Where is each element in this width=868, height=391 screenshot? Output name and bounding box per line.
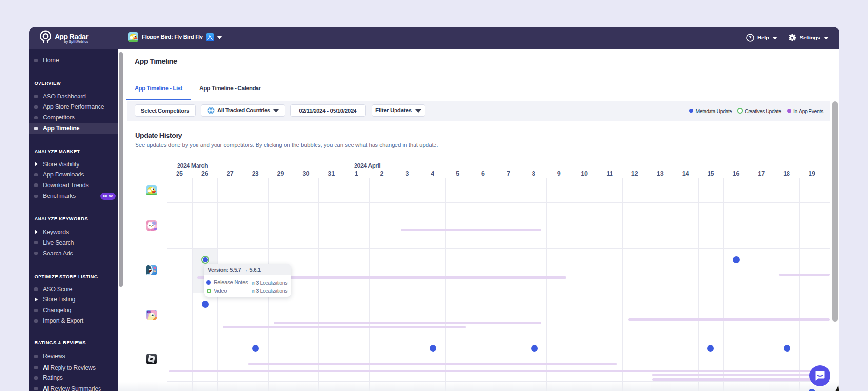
svg-text:?: ? xyxy=(749,35,751,40)
